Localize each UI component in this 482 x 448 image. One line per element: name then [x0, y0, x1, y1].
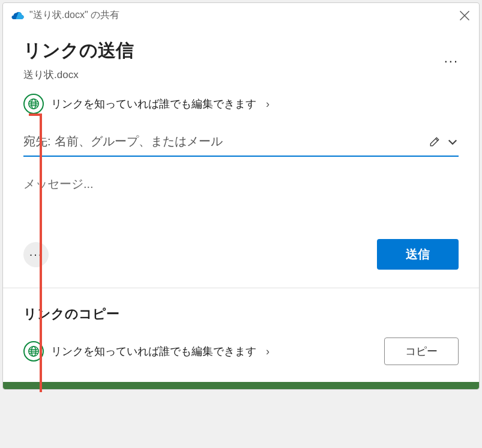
copy-button[interactable]: コピー: [384, 338, 459, 365]
onedrive-icon: [11, 11, 25, 20]
send-button[interactable]: 送信: [377, 239, 459, 270]
page-title: リンクの送信: [23, 38, 134, 63]
chevron-down-icon: [447, 136, 459, 148]
recipient-input[interactable]: [55, 135, 418, 148]
send-link-section: リンクの送信 ··· 送り状.docx リンクを知っていれば誰でも編集できます …: [3, 25, 479, 288]
chevron-right-icon: ›: [266, 345, 270, 358]
close-icon[interactable]: [459, 10, 471, 22]
chevron-right-icon: ›: [266, 98, 270, 110]
bottom-accent-bar: [3, 382, 479, 389]
more-options-button[interactable]: ···: [444, 53, 459, 69]
edit-permission-dropdown[interactable]: [429, 136, 459, 148]
recipient-row: 宛先:: [23, 133, 459, 157]
message-input[interactable]: [23, 176, 459, 190]
pencil-icon: [429, 136, 441, 148]
copy-section-title: リンクのコピー: [23, 305, 459, 323]
copy-link-row: リンクを知っていれば誰でも編集できます › コピー: [23, 338, 459, 365]
share-dialog: "送り状.docx" の共有 リンクの送信 ··· 送り状.docx リンクを知…: [2, 2, 480, 390]
copy-permission-text: リンクを知っていれば誰でも編集できます: [51, 344, 256, 359]
globe-icon: [23, 94, 44, 114]
globe-icon: [23, 341, 44, 362]
more-actions-button[interactable]: ···: [23, 242, 49, 267]
filename-label: 送り状.docx: [23, 68, 459, 82]
action-row: ··· 送信: [23, 239, 459, 288]
copy-link-section: リンクのコピー リンクを知っていれば誰でも編集できます › コピー: [3, 288, 479, 382]
titlebar: "送り状.docx" の共有: [3, 3, 479, 25]
recipient-label: 宛先:: [23, 133, 51, 150]
permission-settings-button[interactable]: リンクを知っていれば誰でも編集できます ›: [23, 94, 459, 114]
titlebar-text: "送り状.docx" の共有: [29, 9, 119, 22]
permission-text: リンクを知っていれば誰でも編集できます: [51, 97, 256, 111]
